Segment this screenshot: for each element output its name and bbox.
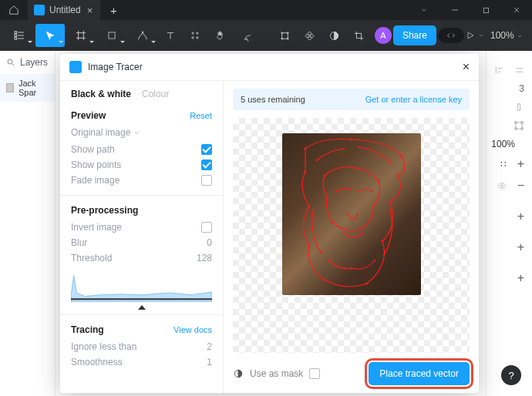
pen-tool[interactable] xyxy=(128,24,157,47)
show-path-checkbox[interactable] xyxy=(201,144,212,155)
share-button[interactable]: Share xyxy=(393,25,436,45)
move-tool[interactable] xyxy=(35,24,65,47)
tracing-heading: Tracing xyxy=(71,324,104,335)
comment-tool[interactable] xyxy=(233,24,256,47)
smooth-value[interactable]: 1 xyxy=(207,357,212,367)
ignore-label: Ignore less than xyxy=(71,341,136,352)
eye-icon[interactable] xyxy=(496,181,508,190)
threshold-histogram[interactable] xyxy=(71,268,212,305)
home-button[interactable] xyxy=(0,0,28,20)
mask-tool[interactable] xyxy=(322,24,345,47)
zoom-menu[interactable]: 100% xyxy=(486,30,527,41)
svg-point-46 xyxy=(370,190,372,192)
svg-point-58 xyxy=(382,254,384,256)
ignore-value[interactable]: 2 xyxy=(207,341,212,352)
layer-thumbnail xyxy=(6,83,14,92)
svg-point-6 xyxy=(197,32,198,34)
resources-tool[interactable] xyxy=(184,24,207,47)
svg-rect-4 xyxy=(109,32,115,39)
svg-point-36 xyxy=(323,175,325,177)
svg-point-49 xyxy=(342,233,344,234)
svg-point-60 xyxy=(350,267,352,269)
search-icon[interactable] xyxy=(6,58,15,67)
svg-point-40 xyxy=(358,229,360,231)
show-points-label: Show points xyxy=(71,159,121,170)
use-as-mask-checkbox[interactable] xyxy=(309,368,320,379)
svg-point-39 xyxy=(372,206,374,208)
align-left-icon[interactable] xyxy=(494,65,505,76)
constrain-icon[interactable] xyxy=(513,102,524,112)
crop-tool[interactable] xyxy=(347,24,370,47)
chevron-down-icon[interactable] xyxy=(409,0,439,20)
threshold-label: Threshold xyxy=(71,253,112,263)
shape-tool[interactable] xyxy=(97,24,126,47)
dev-mode-toggle[interactable] xyxy=(438,28,464,43)
threshold-marker[interactable] xyxy=(138,305,146,310)
minus-icon[interactable]: − xyxy=(517,179,524,193)
svg-point-32 xyxy=(323,279,325,281)
close-tab-icon[interactable]: × xyxy=(86,5,95,16)
svg-point-55 xyxy=(311,210,313,211)
avatar[interactable]: A xyxy=(375,27,392,44)
svg-point-29 xyxy=(389,202,391,204)
menu-button[interactable] xyxy=(5,24,34,47)
help-button[interactable]: ? xyxy=(501,365,521,385)
place-traced-vector-button[interactable]: Place traced vector xyxy=(369,362,470,385)
plus-icon[interactable]: + xyxy=(517,271,524,285)
show-points-checkbox[interactable] xyxy=(201,159,212,170)
file-icon xyxy=(34,5,45,15)
text-tool[interactable] xyxy=(159,24,182,47)
preview-canvas xyxy=(233,118,470,353)
plus-icon[interactable]: + xyxy=(517,210,524,223)
invert-image-label: Invert image xyxy=(71,222,122,233)
svg-point-47 xyxy=(346,213,348,215)
fade-image-checkbox[interactable] xyxy=(201,175,212,186)
close-window-button[interactable] xyxy=(501,0,532,20)
hand-tool[interactable] xyxy=(208,24,231,47)
frame-icon[interactable] xyxy=(513,120,524,131)
svg-point-31 xyxy=(365,283,368,285)
svg-point-27 xyxy=(400,156,402,158)
svg-point-54 xyxy=(389,162,390,163)
align-options-icon[interactable] xyxy=(514,65,525,76)
plus-icon[interactable]: + xyxy=(517,240,524,254)
svg-point-45 xyxy=(358,190,359,192)
frame-tool[interactable] xyxy=(66,24,96,47)
reset-link[interactable]: Reset xyxy=(190,111,212,120)
view-docs-link[interactable]: View docs xyxy=(173,325,212,334)
preview-heading: Preview xyxy=(71,110,106,121)
maximize-button[interactable] xyxy=(470,0,501,20)
svg-point-44 xyxy=(348,189,350,190)
edit-object-tool[interactable] xyxy=(273,24,296,47)
svg-point-59 xyxy=(327,260,328,261)
plugin-icon xyxy=(69,61,82,73)
invert-image-checkbox[interactable] xyxy=(201,222,212,233)
minimize-button[interactable] xyxy=(439,0,470,20)
tab-untitled[interactable]: Untitled × xyxy=(28,0,100,20)
svg-point-7 xyxy=(192,37,194,39)
tab-black-white[interactable]: Black & white xyxy=(71,89,131,99)
original-image-dropdown[interactable]: Original image xyxy=(71,127,212,138)
fade-image-label: Fade image xyxy=(71,175,120,186)
show-path-label: Show path xyxy=(71,144,115,155)
threshold-value[interactable]: 128 xyxy=(197,253,212,263)
layer-name: Jack Spar xyxy=(19,79,49,97)
license-link[interactable]: Get or enter a license key xyxy=(365,95,462,104)
plus-icon[interactable]: + xyxy=(517,157,524,171)
svg-point-41 xyxy=(331,221,333,223)
tab-colour[interactable]: Colour xyxy=(142,89,169,99)
preprocessing-heading: Pre-processing xyxy=(71,205,138,216)
present-button[interactable] xyxy=(466,31,484,40)
svg-point-30 xyxy=(381,240,383,243)
dots-icon[interactable]: ∷ xyxy=(500,159,508,169)
close-panel-button[interactable]: × xyxy=(463,60,470,74)
add-tab-button[interactable]: + xyxy=(100,4,126,17)
blur-value[interactable]: 0 xyxy=(207,237,212,248)
svg-point-52 xyxy=(342,148,344,149)
svg-point-42 xyxy=(325,196,328,198)
svg-point-25 xyxy=(304,148,306,150)
panel-title: Image Tracer xyxy=(88,62,143,72)
component-tool[interactable] xyxy=(298,24,321,47)
layer-item[interactable]: Jack Spar xyxy=(0,74,55,102)
tab-title: Untitled xyxy=(49,5,81,15)
